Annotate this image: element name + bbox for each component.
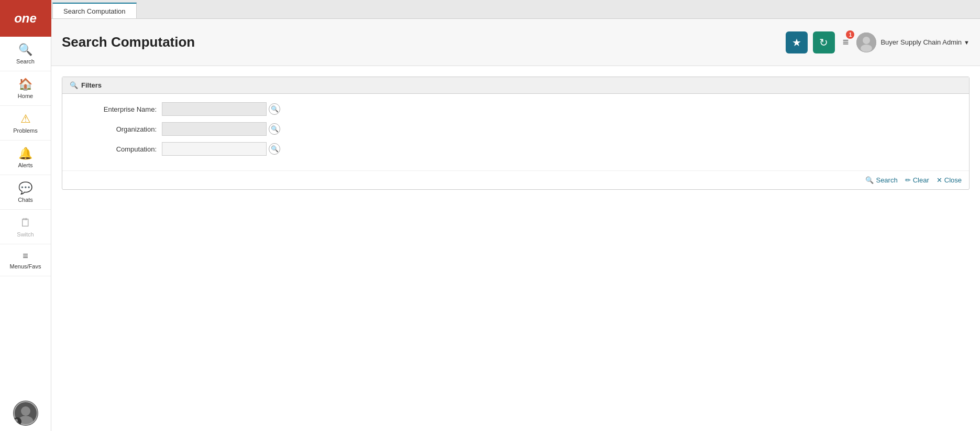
- close-button[interactable]: ✕ Close: [937, 176, 962, 184]
- enterprise-name-label: Enterprise Name:: [73, 105, 157, 113]
- organization-input-wrap: 🔍: [162, 122, 280, 136]
- sidebar-item-problems-label: Problems: [13, 127, 37, 134]
- enterprise-name-search-icon[interactable]: 🔍: [269, 103, 280, 115]
- organization-input[interactable]: [162, 122, 267, 136]
- refresh-button[interactable]: ↻: [813, 31, 835, 53]
- logo-text: one: [14, 11, 37, 26]
- computation-input[interactable]: [162, 142, 267, 156]
- user-info: Buyer Supply Chain Admin ▼: [856, 33, 970, 52]
- favorite-button[interactable]: ★: [786, 31, 808, 53]
- chevron-down-icon: ▼: [964, 39, 970, 46]
- notification-wrapper: ≡ 1: [840, 34, 852, 51]
- tab-search-computation-label: Search Computation: [63, 7, 126, 15]
- clear-button-label: Clear: [913, 176, 929, 184]
- sidebar-item-menus-favs[interactable]: ≡ Menus/Favs: [0, 244, 51, 276]
- tab-search-computation[interactable]: Search Computation: [52, 3, 137, 18]
- filter-row-organization: Organization: 🔍: [73, 122, 959, 136]
- app-logo[interactable]: one: [0, 0, 51, 37]
- svg-point-5: [15, 419, 18, 422]
- avatar-icon: [13, 401, 38, 426]
- sidebar-item-chats-label: Chats: [18, 197, 33, 203]
- filter-row-enterprise-name: Enterprise Name: 🔍: [73, 102, 959, 116]
- search-button-label: Search: [876, 176, 897, 184]
- sidebar-item-menus-favs-label: Menus/Favs: [10, 263, 41, 270]
- filters-header-label: Filters: [81, 81, 102, 89]
- menus-icon: ≡: [23, 251, 28, 262]
- svg-point-1: [21, 406, 30, 416]
- filter-row-computation: Computation: 🔍: [73, 142, 959, 156]
- user-role-label: Buyer Supply Chain Admin: [880, 38, 962, 46]
- sidebar-item-switch-label: Switch: [17, 231, 34, 238]
- sidebar-item-chats[interactable]: 💬 Chats: [0, 175, 51, 210]
- content-area: 🔍 Filters Enterprise Name: 🔍 Organizatio…: [51, 66, 980, 431]
- filters-header: 🔍 Filters: [62, 77, 969, 94]
- search-button-icon: 🔍: [865, 176, 874, 184]
- computation-input-wrap: 🔍: [162, 142, 280, 156]
- filters-body: Enterprise Name: 🔍 Organization: 🔍 Compu…: [62, 94, 969, 170]
- organization-search-icon[interactable]: 🔍: [269, 123, 280, 135]
- svg-point-7: [863, 37, 870, 44]
- sidebar-item-alerts[interactable]: 🔔 Alerts: [0, 141, 51, 175]
- sidebar-item-switch[interactable]: 🗒 Switch: [0, 210, 51, 244]
- sidebar-item-home[interactable]: 🏠 Home: [0, 71, 51, 106]
- clear-button[interactable]: ✏ Clear: [905, 176, 929, 184]
- close-button-icon: ✕: [937, 176, 942, 184]
- warning-icon: ⚠: [20, 112, 31, 126]
- user-role-dropdown[interactable]: Buyer Supply Chain Admin ▼: [880, 38, 970, 46]
- search-button[interactable]: 🔍 Search: [865, 176, 897, 184]
- filters-panel: 🔍 Filters Enterprise Name: 🔍 Organizatio…: [62, 77, 970, 190]
- switch-icon: 🗒: [20, 216, 31, 230]
- notification-badge: 1: [846, 30, 854, 39]
- chat-icon: 💬: [18, 181, 32, 195]
- page-header: Search Computation ★ ↻ ≡ 1: [51, 19, 980, 66]
- tab-bar: Search Computation: [51, 0, 980, 19]
- star-icon: ★: [792, 36, 801, 49]
- organization-label: Organization:: [73, 125, 157, 133]
- sidebar-item-home-label: Home: [18, 93, 33, 99]
- header-actions: ★ ↻ ≡ 1 Buyer Su: [786, 31, 970, 53]
- user-avatar-icon: [856, 33, 876, 52]
- sidebar: one 🔍 Search 🏠 Home ⚠ Problems 🔔 Alerts …: [0, 0, 51, 431]
- bell-icon: 🔔: [18, 147, 32, 160]
- computation-label: Computation:: [73, 145, 157, 153]
- sidebar-item-problems[interactable]: ⚠ Problems: [0, 106, 51, 141]
- clear-button-icon: ✏: [905, 176, 911, 184]
- refresh-icon: ↻: [819, 36, 828, 49]
- main-content: Search Computation Search Computation ★ …: [51, 0, 980, 431]
- home-icon: 🏠: [18, 78, 32, 91]
- filter-search-icon: 🔍: [70, 81, 78, 89]
- page-title: Search Computation: [62, 34, 786, 50]
- search-nav-icon: 🔍: [18, 43, 32, 57]
- sidebar-user-avatar[interactable]: [13, 401, 38, 426]
- enterprise-name-input-wrap: 🔍: [162, 102, 280, 116]
- sidebar-item-search-label: Search: [16, 58, 35, 64]
- sidebar-bottom: [0, 401, 51, 431]
- sidebar-item-alerts-label: Alerts: [18, 162, 32, 168]
- close-button-label: Close: [944, 176, 962, 184]
- filters-footer: 🔍 Search ✏ Clear ✕ Close: [62, 170, 969, 189]
- svg-point-8: [861, 45, 872, 52]
- enterprise-name-input[interactable]: [162, 102, 267, 116]
- sidebar-item-search[interactable]: 🔍 Search: [0, 37, 51, 71]
- user-avatar: [856, 33, 876, 52]
- computation-search-icon[interactable]: 🔍: [269, 143, 280, 155]
